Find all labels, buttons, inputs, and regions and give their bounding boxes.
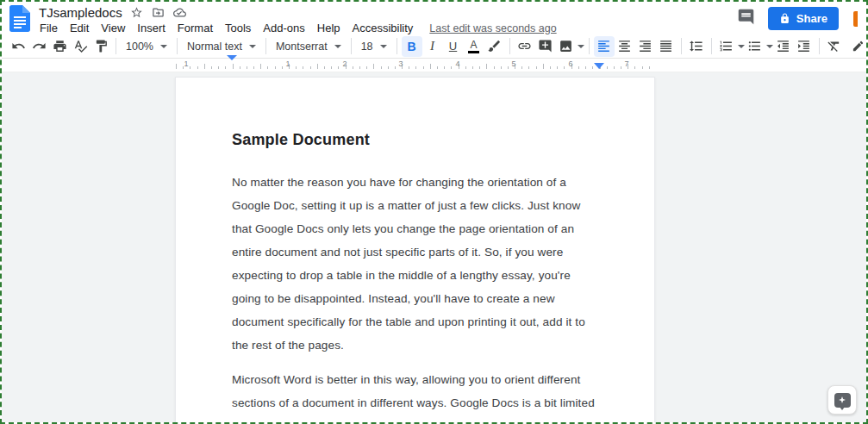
ruler-number: 1	[184, 59, 188, 68]
align-center-button[interactable]	[615, 36, 635, 57]
increase-indent-button[interactable]	[794, 36, 815, 57]
menu-edit[interactable]: Edit	[64, 22, 95, 34]
bulleted-list-button[interactable]	[745, 36, 765, 57]
chevron-down-icon[interactable]	[578, 45, 584, 48]
share-label: Share	[796, 12, 827, 25]
explore-icon	[834, 393, 851, 408]
docs-logo-icon[interactable]	[9, 5, 30, 32]
right-indent-marker[interactable]	[594, 63, 604, 69]
menu-accessibility[interactable]: Accessibility	[347, 22, 420, 34]
document-heading[interactable]: Sample Document	[232, 131, 598, 149]
ruler-number: 5	[511, 59, 515, 68]
ruler: 1 1 2 3 4 5 6 7	[2, 59, 866, 72]
document-canvas: Sample Document No matter the reason you…	[2, 72, 866, 422]
star-icon[interactable]	[130, 5, 144, 19]
print-button[interactable]	[49, 36, 70, 57]
italic-button[interactable]: I	[422, 36, 443, 57]
last-edit-link[interactable]: Last edit was seconds ago	[429, 22, 556, 34]
align-justify-button[interactable]	[656, 36, 677, 57]
underline-button[interactable]: U	[443, 36, 464, 57]
menu-tools[interactable]: Tools	[219, 22, 257, 34]
paint-format-button[interactable]	[91, 36, 111, 57]
chevron-down-icon[interactable]	[738, 45, 745, 48]
pencil-icon	[852, 40, 865, 53]
numbered-list-group	[716, 36, 745, 57]
menu-bar: File Edit View Insert Format Tools Add-o…	[39, 21, 557, 35]
comment-history-icon[interactable]	[737, 8, 755, 29]
add-comment-button[interactable]	[535, 36, 556, 57]
editing-mode-select[interactable]: Editing	[845, 36, 868, 57]
paragraph-style-select[interactable]: Normal text	[182, 36, 261, 57]
menu-help[interactable]: Help	[311, 22, 347, 34]
zoom-select[interactable]: 100%	[121, 36, 172, 57]
paragraph[interactable]: Microsoft Word is better in this way, al…	[232, 368, 598, 422]
line-spacing-button[interactable]	[686, 36, 707, 57]
spellcheck-button[interactable]	[70, 36, 91, 57]
chevron-down-icon	[334, 45, 341, 48]
chevron-down-icon	[380, 45, 387, 48]
move-to-folder-icon[interactable]	[152, 5, 165, 19]
numbered-list-button[interactable]	[716, 36, 737, 57]
color-swatch	[468, 51, 479, 53]
insert-image-button[interactable]	[556, 36, 577, 57]
header: TJsampledocs File Edit View Insert Forma…	[2, 2, 866, 34]
menu-file[interactable]: File	[39, 22, 64, 34]
bulleted-list-group	[745, 36, 773, 57]
menu-addons[interactable]: Add-ons	[257, 22, 310, 34]
ruler-number: 7	[624, 59, 628, 68]
font-family-select[interactable]: Montserrat	[271, 36, 347, 57]
menu-format[interactable]: Format	[172, 22, 219, 34]
bold-button[interactable]: B	[402, 36, 422, 57]
insert-image-group	[556, 36, 584, 57]
align-right-button[interactable]	[635, 36, 656, 57]
font-value: Montserrat	[276, 41, 328, 53]
google-docs-window: TJsampledocs File Edit View Insert Forma…	[0, 0, 868, 424]
undo-button[interactable]	[8, 36, 28, 57]
toolbar-right: Editing	[845, 36, 868, 57]
title-block: TJsampledocs File Edit View Insert Forma…	[39, 4, 557, 35]
toolbar: 100% Normal text Montserrat 18 B I U A	[2, 34, 866, 59]
ruler-number: 3	[398, 59, 403, 68]
font-size-select[interactable]: 18	[356, 36, 392, 57]
menu-view[interactable]: View	[95, 22, 131, 34]
font-size-value: 18	[361, 41, 373, 53]
lock-icon	[779, 13, 790, 24]
insert-link-button[interactable]	[515, 36, 535, 57]
decrease-indent-button[interactable]	[773, 36, 794, 57]
highlight-color-button[interactable]	[484, 36, 505, 57]
chevron-down-icon	[249, 45, 256, 48]
redo-button[interactable]	[28, 36, 49, 57]
menu-insert[interactable]: Insert	[131, 22, 172, 34]
ruler-number: 6	[568, 59, 572, 68]
cloud-saved-icon[interactable]	[173, 5, 187, 19]
text-color-button[interactable]: A	[464, 36, 484, 57]
chevron-down-icon[interactable]	[766, 45, 773, 48]
zoom-value: 100%	[126, 41, 153, 53]
document-page[interactable]: Sample Document No matter the reason you…	[175, 77, 655, 422]
paragraph[interactable]: No matter the reason you have for changi…	[232, 171, 598, 357]
ruler-number: 2	[342, 59, 347, 68]
clear-formatting-button[interactable]	[824, 36, 845, 57]
explore-button[interactable]	[827, 385, 857, 415]
style-value: Normal text	[187, 41, 242, 53]
align-left-button[interactable]	[594, 36, 615, 57]
ruler-number: 4	[455, 59, 459, 68]
ruler-number: 1	[285, 59, 290, 68]
avatar[interactable]	[853, 11, 858, 27]
header-right: Share	[737, 4, 858, 30]
share-button[interactable]: Share	[768, 7, 839, 30]
chevron-down-icon	[160, 45, 167, 48]
document-title[interactable]: TJsampledocs	[39, 5, 122, 20]
